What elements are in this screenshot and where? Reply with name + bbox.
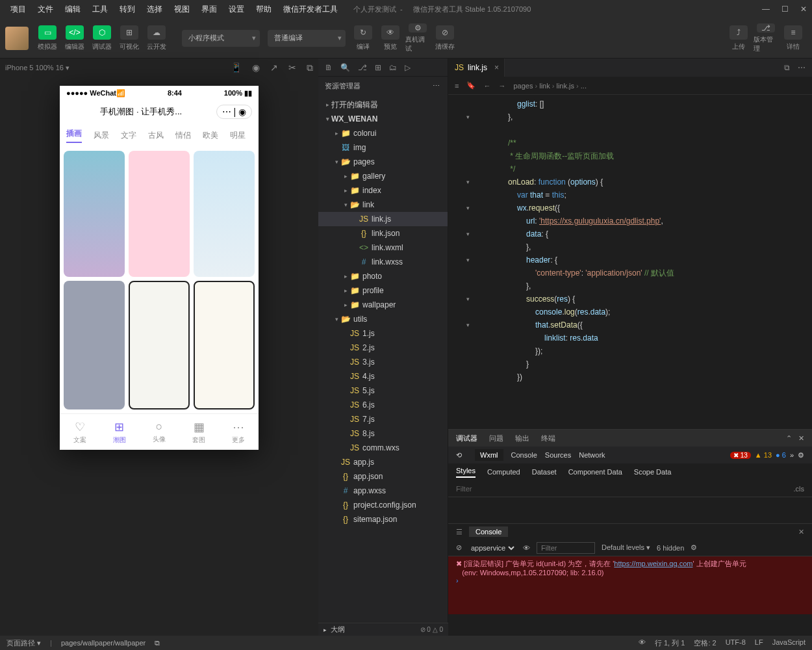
device-select[interactable]: iPhone 5 100% 16 ▾ (5, 64, 70, 72)
dbg-终端[interactable]: 终端 (541, 434, 555, 443)
version-button[interactable]: ⎇版本管理 (754, 25, 778, 52)
share-icon[interactable]: ↗ (270, 62, 278, 73)
tabbar-更多[interactable]: ⋯更多 (219, 414, 259, 450)
record-icon[interactable]: ◉ (252, 62, 260, 73)
file-link.wxml[interactable]: <>link.wxml (318, 240, 448, 255)
eol-label[interactable]: LF (755, 638, 763, 648)
menu-微信开发者工具[interactable]: 微信开发者工具 (278, 2, 343, 17)
menu-帮助[interactable]: 帮助 (251, 2, 277, 17)
menu-转到[interactable]: 转到 (114, 2, 140, 17)
dbgsub-Network[interactable]: Network (579, 451, 605, 459)
menu-选择[interactable]: 选择 (142, 2, 168, 17)
eye-icon[interactable]: 👁 (523, 544, 530, 552)
cursor-pos[interactable]: 行 1, 列 1 (655, 638, 685, 648)
more-icon[interactable]: ⋯ (433, 82, 441, 90)
styles-Styles[interactable]: Styles (456, 467, 476, 478)
visualize-button[interactable]: ⊞可视化 (117, 25, 142, 52)
file-utils[interactable]: ▾📂utils (318, 312, 448, 326)
clear-button[interactable]: ⊘清缓存 (433, 25, 457, 52)
capsule-menu[interactable]: ⋯ | ◉ (216, 105, 252, 119)
scope-select[interactable]: appservice (468, 543, 516, 552)
branch-icon[interactable]: ⎇ (358, 63, 367, 72)
styles-Scope Data[interactable]: Scope Data (634, 468, 671, 476)
tab-风景[interactable]: 风景 (94, 130, 109, 141)
breadcrumb[interactable]: pages › link › link.js › ... (513, 82, 587, 90)
tab-情侣[interactable]: 情侣 (175, 130, 191, 141)
lang-label[interactable]: JavaScript (772, 638, 806, 648)
files-icon[interactable]: 🗎 (325, 63, 333, 72)
open-editors[interactable]: ▸ 打开的编辑器 (318, 98, 448, 112)
avatar[interactable] (5, 27, 29, 50)
file-app.json[interactable]: {}app.json (318, 469, 448, 484)
split-icon[interactable]: ⧉ (784, 63, 790, 72)
tabbar-文案[interactable]: ♡文案 (60, 414, 99, 450)
console-tab[interactable]: Console (469, 526, 508, 537)
levels-select[interactable]: Default levels ▾ (602, 543, 650, 552)
close-icon[interactable]: ✕ (798, 528, 804, 536)
nav-back-icon[interactable]: ← (483, 82, 490, 90)
file-app.js[interactable]: JSapp.js (318, 455, 448, 469)
editor-button[interactable]: </>编辑器 (62, 25, 87, 52)
dbgsub-Sources[interactable]: Sources (545, 451, 571, 459)
cloud-button[interactable]: ☁云开发 (144, 25, 169, 52)
upload-button[interactable]: ⤴上传 (726, 25, 751, 52)
wallpaper-card[interactable] (194, 281, 255, 410)
editor-tab-link[interactable]: JSlink.js× (448, 58, 505, 77)
run-icon[interactable]: ▷ (405, 63, 411, 72)
file-1.js[interactable]: JS1.js (318, 326, 448, 341)
wallpaper-card[interactable] (129, 151, 190, 277)
menu-界面[interactable]: 界面 (196, 2, 222, 17)
search-icon[interactable]: 🔍 (340, 63, 350, 72)
error-link[interactable]: https://mp.weixin.qq.com (614, 560, 692, 567)
styles-Dataset[interactable]: Dataset (532, 468, 557, 476)
gear-icon[interactable]: ⚙ (691, 543, 697, 552)
indent-label[interactable]: 空格: 2 (694, 638, 716, 648)
file-sitemap.json[interactable]: {}sitemap.json (318, 512, 448, 526)
bookmark-icon[interactable]: 🔖 (466, 81, 476, 90)
wallpaper-card[interactable] (194, 151, 255, 277)
file-link.wxss[interactable]: #link.wxss (318, 255, 448, 269)
menu-工具[interactable]: 工具 (87, 2, 113, 17)
file-gallery[interactable]: ▸📁gallery (318, 169, 448, 183)
simulator-button[interactable]: ▭模拟器 (35, 25, 60, 52)
styles-Computed[interactable]: Computed (487, 468, 520, 476)
file-5.js[interactable]: JS5.js (318, 384, 448, 398)
file-profile[interactable]: ▸📁profile (318, 283, 448, 298)
file-7.js[interactable]: JS7.js (318, 412, 448, 426)
tab-插画[interactable]: 插画 (66, 128, 82, 143)
cls-toggle[interactable]: .cls (794, 485, 805, 493)
file-comm.wxs[interactable]: JScomm.wxs (318, 441, 448, 455)
copy-icon[interactable]: ⧉ (155, 639, 160, 647)
dbgsub-Console[interactable]: Console (511, 451, 537, 459)
mode-dropdown[interactable]: 小程序模式 (182, 30, 260, 47)
stop-icon[interactable]: ⊘ (456, 543, 462, 552)
menu-文件[interactable]: 文件 (32, 2, 58, 17)
device-icon[interactable]: 📱 (231, 62, 242, 73)
close-icon[interactable]: ✕ (800, 5, 807, 14)
file-6.js[interactable]: JS6.js (318, 398, 448, 412)
file-2.js[interactable]: JS2.js (318, 341, 448, 355)
debugger-button[interactable]: ⬡调试器 (90, 25, 114, 52)
cut-icon[interactable]: ✂ (288, 62, 296, 73)
info-badge[interactable]: ● 6 (776, 451, 786, 459)
tab-明星[interactable]: 明星 (230, 130, 246, 141)
file-pages[interactable]: ▾📂pages (318, 155, 448, 169)
outline-strip[interactable]: ▸大纲 ⊘ 0 △ 0 (318, 623, 448, 636)
error-badge[interactable]: ✖ 13 (730, 452, 751, 459)
gear-icon[interactable]: ⚙ (798, 451, 804, 460)
menu-视图[interactable]: 视图 (169, 2, 195, 17)
tab-欧美[interactable]: 欧美 (203, 130, 218, 141)
styles-filter[interactable]: Filter (456, 485, 472, 493)
file-img[interactable]: 🖼img (318, 140, 448, 155)
dbg-调试器[interactable]: 调试器 (456, 434, 477, 443)
file-link.js[interactable]: JSlink.js (318, 212, 448, 226)
menu-项目[interactable]: 项目 (5, 2, 31, 17)
file-3.js[interactable]: JS3.js (318, 355, 448, 369)
nav-fwd-icon[interactable]: → (498, 82, 505, 90)
compile-button[interactable]: ↻编译 (351, 25, 375, 52)
menu-编辑[interactable]: 编辑 (60, 2, 86, 17)
page-path[interactable]: pages/wallpaper/wallpaper (61, 639, 146, 647)
details-button[interactable]: ≡详情 (781, 25, 806, 52)
minimize-icon[interactable]: — (762, 5, 770, 14)
dbgsub-Wxml[interactable]: Wxml (475, 449, 503, 461)
